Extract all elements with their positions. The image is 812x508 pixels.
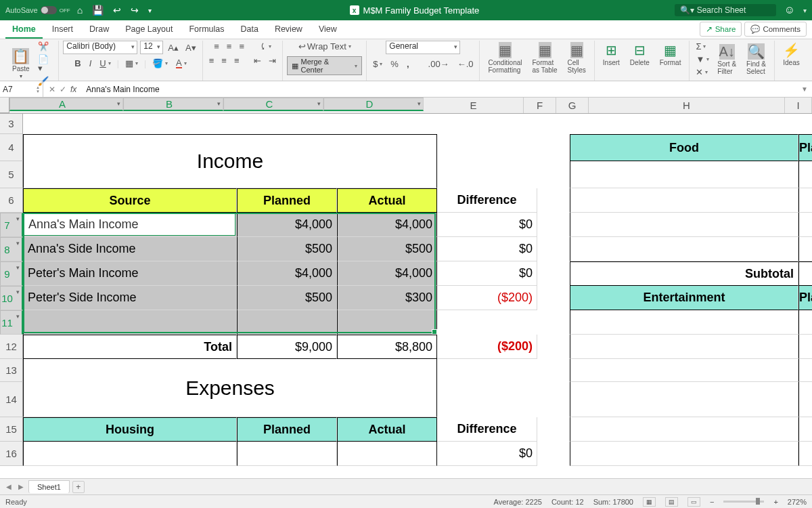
home-icon[interactable]: ⌂ [74, 3, 85, 17]
subtotal-value[interactable] [798, 261, 812, 286]
increase-font-icon[interactable]: A▴ [166, 42, 181, 54]
header-source[interactable]: Source [23, 188, 237, 213]
cell-c16[interactable] [237, 442, 337, 466]
name-box[interactable]: A7▲▼ [0, 81, 43, 97]
header-actual[interactable]: Actual [337, 188, 437, 213]
qat-customize-icon[interactable]: ▾ [145, 5, 154, 16]
income-planned-7[interactable]: $4,000 [237, 213, 337, 237]
find-select-button[interactable]: 🔍Find & Select [742, 42, 770, 77]
subtotal-label[interactable]: Subtotal [570, 261, 798, 286]
cell2-gh14[interactable] [570, 382, 798, 417]
income-source-10[interactable]: Peter's Side Income [23, 286, 237, 310]
income-planned-9[interactable]: $4,000 [237, 261, 337, 286]
grid[interactable]: 345678910111213141516 IncomeSourcePlanne… [0, 114, 812, 504]
save-icon[interactable]: 💾 [89, 3, 106, 17]
align-bottom-icon[interactable]: ≡ [237, 41, 246, 52]
percent-format-icon[interactable]: % [388, 58, 401, 70]
cell-styles-button[interactable]: ▦Cell Styles [564, 41, 590, 75]
cell2-i13[interactable] [798, 359, 812, 382]
ideas-button[interactable]: ⚡Ideas [779, 41, 804, 68]
total-planned[interactable]: $9,000 [237, 335, 337, 359]
merge-center-button[interactable]: ▦ Merge & Center [287, 56, 362, 75]
cell2-i12[interactable] [798, 335, 812, 359]
copy-icon[interactable]: 📄▾ [36, 54, 55, 74]
view-pagelayout-icon[interactable]: ▤ [665, 497, 678, 507]
col-header-E[interactable]: E [424, 98, 524, 113]
cell2-gh16[interactable] [570, 442, 798, 466]
feedback-icon[interactable]: ☺ [780, 4, 799, 16]
cell-i6[interactable] [798, 188, 812, 213]
format-as-table-button[interactable]: ▦Format as Table [528, 41, 562, 75]
share-button[interactable]: ↗ Share [700, 22, 742, 37]
income-source-8[interactable]: Anna's Side Income [23, 237, 237, 261]
expenses-title[interactable]: Expenses [23, 359, 437, 417]
row-header-10[interactable]: 10 [0, 286, 23, 310]
delete-cells-button[interactable]: ⊟Delete [626, 41, 654, 68]
accounting-format-icon[interactable]: $ [371, 58, 384, 70]
format-cells-button[interactable]: ▦Format [656, 41, 685, 68]
sheet-prev-icon[interactable]: ◀ [4, 483, 14, 490]
income-planned-10[interactable]: $500 [237, 286, 337, 310]
header-difference[interactable]: Difference [437, 188, 537, 213]
row-header-12[interactable]: 12 [0, 335, 23, 359]
total-label[interactable]: Total [23, 335, 237, 359]
align-middle-icon[interactable]: ≡ [225, 41, 234, 52]
row-header-14[interactable]: 14 [0, 382, 23, 417]
income-title[interactable]: Income [23, 134, 437, 188]
header-planned-2[interactable]: Planned [237, 417, 337, 442]
col-header-B[interactable]: B [123, 98, 223, 111]
zoom-in-button[interactable]: + [773, 498, 777, 506]
header-housing[interactable]: Housing [23, 417, 237, 442]
cell2-i14[interactable] [798, 382, 812, 417]
row-header-9[interactable]: 9 [0, 261, 23, 286]
row-header-11[interactable]: 11 [0, 310, 23, 335]
row-header-4[interactable]: 4 [0, 134, 23, 161]
cell2-gh15[interactable] [570, 417, 798, 442]
col-header-D[interactable]: D [323, 98, 424, 111]
row-header-5[interactable]: 5 [0, 161, 23, 188]
income-actual-7[interactable]: $4,000 [337, 213, 437, 237]
income-actual-8[interactable]: $500 [337, 237, 437, 261]
italic-button[interactable]: I [87, 58, 94, 69]
tab-draw[interactable]: Draw [83, 20, 116, 39]
col-header-G[interactable]: G [556, 98, 589, 113]
header-plan-food[interactable]: Plan [798, 134, 812, 161]
cancel-formula-icon[interactable]: ✕ [49, 85, 55, 94]
header-difference-2[interactable]: Difference [437, 417, 537, 442]
number-format-select[interactable]: General [386, 41, 460, 54]
decrease-decimal-icon[interactable]: ←.0 [455, 58, 476, 70]
font-size-select[interactable]: 12 [140, 41, 163, 54]
orientation-icon[interactable]: ⤹ [257, 41, 273, 52]
font-name-select[interactable]: Calibri (Body) [63, 41, 137, 54]
fill-color-button[interactable]: 🪣 [150, 58, 170, 69]
row-header-6[interactable]: 6 [0, 188, 23, 213]
align-left-icon[interactable]: ≡ [207, 55, 217, 66]
header-planned[interactable]: Planned [237, 188, 337, 213]
active-cell[interactable]: Anna's Main Income [24, 213, 235, 236]
income-diff-10[interactable]: ($200) [437, 286, 537, 310]
cell-gh7[interactable] [570, 213, 798, 237]
search-sheet[interactable]: 🔍▾ Search Sheet [675, 4, 776, 16]
sort-filter-button[interactable]: A↓Sort & Filter [713, 43, 740, 77]
row-header-15[interactable]: 15 [0, 417, 23, 442]
income-actual-10[interactable]: $300 [337, 286, 437, 310]
row-header-16[interactable]: 16 [0, 442, 23, 466]
feedback-chevron-icon[interactable]: ▾ [803, 7, 807, 14]
decrease-indent-icon[interactable]: ⇤ [252, 55, 263, 66]
font-color-button[interactable]: A [174, 57, 189, 70]
income-source-9[interactable]: Peter's Main Income [23, 261, 237, 286]
tab-page-layout[interactable]: Page Layout [118, 20, 179, 39]
cell2-gh12[interactable] [570, 335, 798, 359]
tab-home[interactable]: Home [5, 20, 43, 39]
header-entertainment[interactable]: Entertainment [570, 286, 798, 310]
fx-icon[interactable]: fx [70, 85, 76, 94]
income-diff-9[interactable]: $0 [437, 261, 537, 286]
row-header-8[interactable]: 8 [0, 237, 23, 261]
add-sheet-button[interactable]: + [72, 481, 85, 493]
col-header-H[interactable]: H [589, 98, 785, 113]
increase-decimal-icon[interactable]: .00→ [426, 58, 451, 70]
undo-icon[interactable]: ↩ [110, 3, 124, 17]
view-pagebreak-icon[interactable]: ▭ [687, 497, 700, 507]
cell-i8[interactable] [798, 237, 812, 261]
cell2-i11[interactable] [798, 310, 812, 335]
